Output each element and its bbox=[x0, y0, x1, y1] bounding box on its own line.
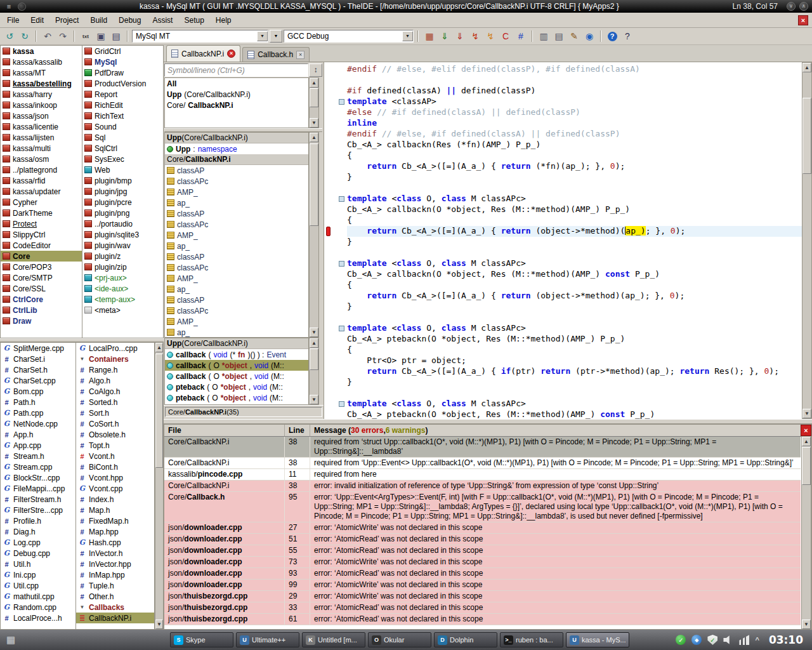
package-item[interactable]: plugin/sqlite3 bbox=[82, 229, 163, 240]
package-item[interactable]: CodeEditor bbox=[1, 240, 82, 251]
code-line[interactable]: } bbox=[324, 172, 802, 183]
file-item[interactable]: #InVector.h bbox=[76, 548, 154, 559]
code-line[interactable]: #else // #if defined(classA) || defined(… bbox=[324, 107, 802, 118]
scroll-thumb[interactable] bbox=[310, 143, 318, 226]
file-item[interactable]: GBom.cpp bbox=[1, 386, 75, 397]
file-item[interactable]: #BiCont.h bbox=[76, 461, 154, 472]
fold-marker[interactable] bbox=[339, 261, 344, 267]
symbol-item[interactable]: AMP_ bbox=[165, 273, 308, 284]
scroll-thumb[interactable] bbox=[310, 348, 318, 370]
error-row[interactable]: json/downloader.cpp27error: ‘AtomicWrite… bbox=[164, 522, 801, 534]
scroll-up-icon[interactable] bbox=[310, 338, 318, 348]
package-item[interactable]: Protect bbox=[1, 218, 82, 229]
package-item[interactable]: RichText bbox=[82, 110, 163, 121]
file-item[interactable]: GPath.cpp bbox=[1, 408, 75, 418]
error-row[interactable]: json/thuisbezorgd.cpp29error: ‘AtomicWri… bbox=[164, 591, 801, 602]
file-item[interactable]: #Diag.h bbox=[1, 526, 75, 537]
file-item[interactable]: #Path.h bbox=[1, 397, 75, 408]
scroll-down-icon[interactable] bbox=[802, 409, 811, 418]
symbol-item[interactable]: classAP bbox=[165, 295, 308, 305]
column-header-message[interactable]: Message (30 errors, 6 warnings) bbox=[310, 425, 811, 436]
package-item[interactable]: plugin/jpg bbox=[82, 186, 163, 197]
error-panel-close-button[interactable] bbox=[801, 425, 811, 436]
package-item[interactable]: Cypher bbox=[1, 197, 82, 208]
file-item[interactable]: #Obsolete.h bbox=[76, 429, 154, 440]
symbol-tree[interactable]: Upp (Core/CallbackNP.i)Upp : namespaceCo… bbox=[164, 132, 309, 338]
fold-marker[interactable] bbox=[339, 326, 344, 331]
chevron-down-icon[interactable] bbox=[402, 31, 413, 41]
package-item[interactable]: Core/SMTP bbox=[1, 272, 82, 283]
text-mode-icon[interactable]: txt bbox=[79, 29, 93, 43]
package-item[interactable]: SqlCtrl bbox=[82, 143, 163, 154]
column-header-file[interactable]: File bbox=[164, 425, 285, 436]
file-item[interactable]: #Vcont.h bbox=[76, 451, 154, 461]
scroll-up-icon[interactable] bbox=[310, 78, 318, 88]
code-editor[interactable]: #endif // #else, #elif defined(classP), … bbox=[324, 62, 802, 419]
package-item[interactable]: <meta> bbox=[82, 305, 163, 315]
chevron-down-icon[interactable] bbox=[257, 31, 268, 41]
code-line[interactable]: Ptr<O> ptr = object; bbox=[324, 355, 802, 366]
compile-file-icon[interactable]: C bbox=[499, 29, 513, 43]
symbol-item[interactable]: classAP bbox=[165, 208, 308, 219]
file-item[interactable]: #CoSort.h bbox=[76, 418, 154, 429]
symbol-item[interactable]: ap_ bbox=[165, 284, 308, 295]
file-item[interactable]: GRandom.cpp bbox=[1, 602, 75, 613]
symbol-item[interactable]: classAP bbox=[165, 165, 308, 176]
file-item[interactable]: GDebug.cpp bbox=[1, 548, 75, 559]
fold-marker[interactable] bbox=[339, 401, 344, 407]
code-line[interactable] bbox=[324, 183, 802, 194]
scroll-track[interactable] bbox=[155, 352, 163, 620]
main-config-select[interactable]: MySql MT bbox=[132, 30, 268, 43]
file-item[interactable]: GHash.cpp bbox=[76, 537, 154, 548]
file-item[interactable]: Gmathutil.cpp bbox=[1, 591, 75, 602]
member-item[interactable]: callback(O *object, void (M:: bbox=[165, 360, 308, 371]
code-line[interactable]: template <class O, class M classAPc> bbox=[324, 323, 802, 334]
file-item[interactable]: GStream.cpp bbox=[1, 461, 75, 472]
fold-marker[interactable] bbox=[339, 99, 344, 105]
code-line[interactable]: #endif // #else, #elif defined(classP), … bbox=[324, 64, 802, 75]
file-item[interactable]: GSplitMerge.cpp bbox=[1, 343, 75, 354]
scope-item[interactable]: Upp (Core/CallbackNP.i) bbox=[165, 89, 308, 100]
code-line[interactable] bbox=[324, 248, 802, 258]
package-item[interactable]: MySql bbox=[82, 56, 163, 67]
update-status-icon[interactable] bbox=[676, 635, 686, 645]
code-line[interactable]: return Cb_<A_>([=](A_a_) { if(ptr) retur… bbox=[324, 366, 802, 377]
member-item[interactable]: callback(O *object, void (M:: bbox=[165, 371, 308, 381]
taskbar-button-kassa-mys-[interactable]: Ukassa - MyS... bbox=[566, 632, 629, 647]
file-item[interactable]: GFileMappi...cpp bbox=[1, 483, 75, 494]
menu-help[interactable]: Help bbox=[210, 13, 237, 27]
file-item[interactable]: #FixedMap.h bbox=[76, 515, 154, 526]
file-item[interactable]: #FilterStream.h bbox=[1, 494, 75, 505]
package-item[interactable]: plugin/bmp bbox=[82, 175, 163, 186]
error-row[interactable]: Core/CallbackNP.i38required from ‘struct… bbox=[164, 437, 801, 458]
error-row[interactable]: kassalib/pincode.cpp11required from here bbox=[164, 469, 801, 481]
menu-file[interactable]: File bbox=[1, 13, 25, 27]
undo-icon[interactable]: ↶ bbox=[41, 29, 55, 43]
scroll-track[interactable] bbox=[310, 88, 318, 118]
code-line[interactable]: template <class O, class M classAPc> bbox=[324, 194, 802, 204]
file-item[interactable]: GFilterStre...cpp bbox=[1, 505, 75, 515]
error-row[interactable]: json/downloader.cpp73error: ‘AtomicWrite… bbox=[164, 557, 801, 568]
scope-item[interactable]: All bbox=[165, 78, 308, 89]
package-item[interactable]: kassa/bestelling bbox=[1, 78, 82, 89]
error-row[interactable]: json/downloader.cpp51error: ‘AtomicRead’… bbox=[164, 534, 801, 545]
symbol-item[interactable]: classAPc bbox=[165, 305, 308, 316]
help-icon[interactable]: ? bbox=[605, 29, 619, 43]
file-item[interactable]: ≣CallbackNP.i bbox=[76, 613, 154, 623]
scroll-down-icon[interactable] bbox=[310, 328, 318, 337]
code-line[interactable] bbox=[324, 312, 802, 323]
build-method-select[interactable]: GCC Debug bbox=[284, 30, 414, 43]
console-icon[interactable]: ▥ bbox=[537, 29, 551, 43]
file-item[interactable]: GBlockStr...cpp bbox=[1, 472, 75, 483]
code-line[interactable] bbox=[324, 388, 802, 399]
package-item[interactable]: SlippyCtrl bbox=[1, 229, 82, 240]
rebuild-icon[interactable]: ⇓ bbox=[453, 29, 467, 43]
file-item[interactable]: #Vcont.hpp bbox=[76, 472, 154, 483]
symbol-item[interactable]: ap_ bbox=[165, 197, 308, 208]
code-line[interactable]: #if defined(classA) || defined(classP) bbox=[324, 86, 802, 96]
file-item[interactable]: ▼Callbacks bbox=[76, 602, 154, 613]
scroll-track[interactable] bbox=[802, 72, 811, 409]
file-item[interactable]: #Tuple.h bbox=[76, 580, 154, 591]
taskbar-button-okular[interactable]: OOkular bbox=[368, 632, 431, 647]
symbol-tree-scrollbar[interactable] bbox=[309, 132, 319, 338]
